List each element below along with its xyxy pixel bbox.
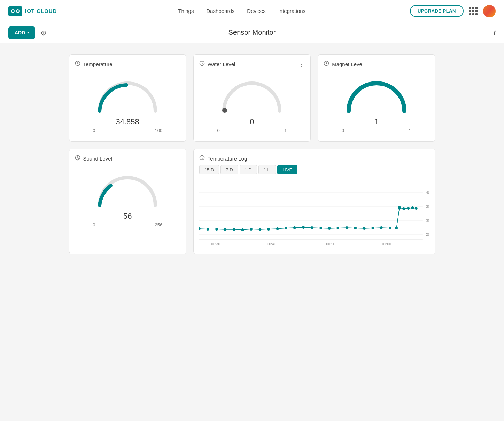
sound-level-title: Sound Level	[83, 156, 112, 162]
nav-integrations[interactable]: Integrations	[278, 7, 305, 15]
water-level-max: 1	[284, 128, 287, 133]
magnet-level-menu[interactable]: ⋮	[423, 60, 429, 68]
water-level-labels: 0 1	[217, 128, 287, 133]
btn-1h[interactable]: 1 H	[258, 165, 276, 174]
water-level-title: Water Level	[208, 61, 235, 67]
magnet-level-widget: Magnet Level ⋮ 1 0 1	[318, 54, 435, 142]
magnet-level-header: Magnet Level ⋮	[324, 60, 429, 68]
water-level-header: Water Level ⋮	[199, 60, 305, 68]
svg-text:30: 30	[426, 218, 429, 223]
temperature-title: Temperature	[83, 61, 113, 67]
water-level-widget: Water Level ⋮ 0 0 1	[193, 54, 311, 142]
temperature-log-header: Temperature Log ⋮	[199, 155, 429, 162]
sound-level-menu[interactable]: ⋮	[174, 155, 180, 162]
logo-text: IOT CLOUD	[25, 8, 57, 14]
water-gauge-svg	[217, 76, 287, 115]
temperature-log-title: Temperature Log	[208, 156, 247, 162]
logo-circle-left	[11, 9, 15, 13]
sound-level-max: 256	[155, 222, 162, 227]
svg-text:01:00: 01:00	[382, 242, 391, 246]
grid-menu-icon[interactable]	[469, 7, 478, 15]
magnet-level-max: 1	[409, 128, 411, 133]
water-level-min: 0	[217, 128, 219, 133]
temperature-log-chart: 25 30 35 40 00:30 00:40 00:50 01:00	[199, 179, 429, 248]
magnet-level-labels: 0 1	[342, 128, 411, 133]
temperature-value: 34.858	[116, 117, 139, 126]
svg-text:00:30: 00:30	[211, 242, 220, 246]
magnet-level-min: 0	[342, 128, 344, 133]
chart-svg: 25 30 35 40 00:30 00:40 00:50 01:00	[199, 179, 429, 248]
avatar[interactable]	[483, 5, 496, 17]
sound-level-labels: 0 256	[93, 222, 162, 227]
btn-7d[interactable]: 7 D	[220, 165, 238, 174]
btn-15d[interactable]: 15 D	[199, 165, 219, 174]
info-icon[interactable]: i	[494, 29, 496, 37]
temperature-log-widget: Temperature Log ⋮ 15 D 7 D 1 D 1 H LIVE …	[193, 149, 435, 254]
temperature-log-menu[interactable]: ⋮	[423, 155, 429, 162]
sound-level-gauge: 56 0 256	[75, 165, 180, 230]
magnet-level-value: 1	[374, 117, 379, 126]
dashboard: Temperature ⋮ 34.858 0 100	[61, 43, 444, 265]
svg-point-2	[222, 108, 227, 113]
nav-things[interactable]: Things	[178, 7, 194, 15]
navbar: IOT CLOUD Things Dashboards Devices Inte…	[0, 0, 504, 22]
add-label: ADD	[15, 30, 25, 36]
temperature-menu[interactable]: ⋮	[174, 60, 180, 68]
sound-level-min: 0	[93, 222, 95, 227]
svg-text:25: 25	[426, 232, 429, 236]
magnet-level-title: Magnet Level	[332, 61, 363, 67]
navbar-right: UPGRADE PLAN	[410, 5, 496, 17]
history-icon-sound	[75, 155, 80, 162]
nav-devices[interactable]: Devices	[247, 7, 265, 15]
magnet-gauge-svg	[342, 76, 411, 115]
sound-level-value: 56	[123, 212, 132, 221]
add-button[interactable]: ADD ▾	[8, 26, 35, 39]
temperature-gauge: 34.858 0 100	[75, 71, 180, 136]
page-title: Sensor Monitor	[228, 29, 276, 37]
svg-text:40: 40	[426, 190, 429, 195]
history-icon-magnet	[324, 61, 329, 68]
temperature-labels: 0 100	[93, 128, 162, 133]
svg-text:35: 35	[426, 204, 429, 209]
nav-menu: Things Dashboards Devices Integrations	[74, 7, 410, 15]
water-level-menu[interactable]: ⋮	[298, 60, 305, 68]
temperature-header: Temperature ⋮	[75, 60, 180, 68]
svg-text:00:40: 00:40	[267, 242, 276, 246]
history-icon	[75, 61, 80, 68]
logo-icon	[8, 6, 22, 16]
chevron-down-icon: ▾	[27, 31, 29, 34]
svg-text:00:50: 00:50	[326, 242, 335, 246]
logo[interactable]: IOT CLOUD	[8, 6, 57, 16]
logo-circle-right	[16, 9, 20, 13]
history-icon-water	[199, 61, 205, 68]
temperature-gauge-svg	[93, 76, 162, 115]
toolbar: ADD ▾ ⊕ Sensor Monitor i	[0, 22, 504, 43]
btn-1d[interactable]: 1 D	[240, 165, 257, 174]
temperature-max: 100	[155, 128, 162, 133]
sound-level-widget: Sound Level ⋮ 56 0 256	[69, 149, 186, 254]
temperature-widget: Temperature ⋮ 34.858 0 100	[69, 54, 186, 142]
move-icon[interactable]: ⊕	[41, 29, 47, 37]
history-icon-log	[199, 155, 205, 162]
upgrade-button[interactable]: UPGRADE PLAN	[410, 5, 464, 17]
water-level-gauge: 0 0 1	[199, 71, 305, 136]
magnet-level-gauge: 1 0 1	[324, 71, 429, 136]
time-range-buttons: 15 D 7 D 1 D 1 H LIVE	[199, 165, 429, 174]
temperature-min: 0	[93, 128, 95, 133]
nav-dashboards[interactable]: Dashboards	[206, 7, 234, 15]
sound-gauge-svg	[93, 171, 162, 209]
sound-level-header: Sound Level ⋮	[75, 155, 180, 162]
water-level-value: 0	[250, 117, 254, 126]
btn-live[interactable]: LIVE	[277, 165, 297, 174]
